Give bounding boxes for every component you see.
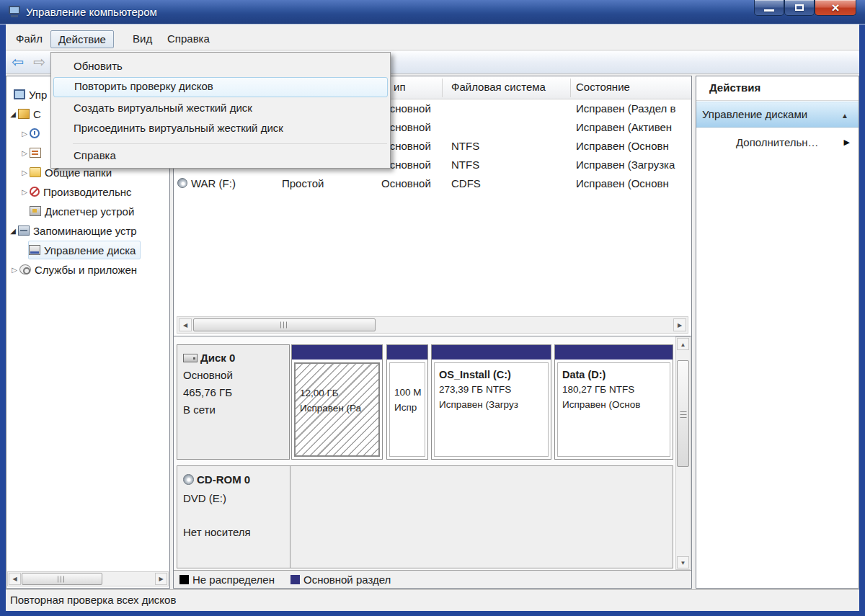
column-header-status[interactable]: Состояние (576, 81, 630, 93)
scrollbar-thumb[interactable] (193, 318, 376, 331)
event-viewer-icon (30, 148, 41, 158)
partition-os-install[interactable]: OS_Install (C:) 273,39 ГБ NTFS Исправен … (431, 344, 551, 460)
column-header-type[interactable]: ип (394, 81, 406, 93)
tree-item-label: Службы и приложен (35, 264, 137, 276)
title-bar: Управление компьютером × (0, 0, 865, 24)
menu-action[interactable]: Действие (50, 30, 114, 48)
actions-more-label: Дополнительн… (736, 136, 819, 148)
partition-system-reserved[interactable]: 100 М Испр (386, 344, 428, 460)
partition-size: 273,39 ГБ NTFS (439, 383, 544, 398)
tree-item-label: Упр (29, 89, 47, 101)
scroll-right-icon[interactable]: ▶ (155, 573, 167, 585)
scroll-up-icon[interactable]: ▲ (677, 338, 689, 350)
window-content: Файл Действие Вид Справка ⇦ ⇨ Упр ◢ С ▷ … (6, 24, 859, 611)
disk0-type: Основной (183, 367, 283, 384)
expander-collapsed-icon[interactable]: ▷ (19, 130, 30, 138)
disk0-info-box[interactable]: Диск 0 Основной 465,76 ГБ В сети (177, 344, 290, 460)
disk0-name: Диск 0 (200, 352, 235, 364)
computer-icon (14, 89, 25, 99)
expander-collapsed-icon[interactable]: ▷ (9, 266, 19, 274)
disk-management-icon (29, 245, 40, 255)
actions-more-item[interactable]: Дополнительн… ▶ (696, 133, 859, 154)
cell-status: Исправен (Основн (576, 140, 669, 152)
volume-row-war[interactable]: WAR (F:) Простой Основной CDFS Исправен … (174, 175, 691, 194)
partition-data[interactable]: Data (D:) 180,27 ГБ NTFS Исправен (Основ (554, 344, 673, 460)
tree-item-storage[interactable]: ◢ Запоминающие устр (8, 221, 137, 240)
partition-status: Исправен (Ра (300, 401, 374, 416)
window-title: Управление компьютером (26, 6, 157, 18)
partition-status: Исправен (Загруз (439, 398, 544, 413)
partition-type-bar (292, 345, 382, 360)
maximize-button[interactable] (784, 0, 815, 16)
graphical-view-vertical-scrollbar[interactable]: ▲ ▼ (675, 336, 691, 570)
volume-list-horizontal-scrollbar[interactable]: ◀ ▶ (177, 316, 688, 334)
tree-item-task-scheduler[interactable]: ▷ (19, 124, 43, 143)
scrollbar-thumb[interactable] (22, 573, 102, 585)
cdrom-block[interactable]: CD-ROM 0 DVD (E:) Нет носителя (177, 465, 673, 568)
tree-item-event-viewer[interactable]: ▷ (19, 143, 45, 162)
device-manager-icon (30, 206, 41, 216)
cd-rom-icon (183, 474, 194, 485)
expander-collapsed-icon[interactable]: ▷ (19, 149, 30, 157)
tree-item-disk-management[interactable]: Управление диска (28, 241, 141, 259)
tree-item-label: Управление диска (44, 244, 136, 256)
actions-group-disk-management[interactable]: Управление дисками ▲ (696, 102, 859, 128)
forward-icon[interactable]: ⇨ (33, 53, 45, 71)
menu-item-create-vhd[interactable]: Создать виртуальный жесткий диск (53, 99, 388, 119)
tree-item-system-tools[interactable]: ◢ С (8, 104, 41, 123)
partition-recovery[interactable]: 12,00 ГБ Исправен (Ра (291, 344, 383, 460)
tree-item-root[interactable]: Упр (14, 85, 47, 104)
legend: Не распределен Основной раздел (174, 570, 691, 588)
disk0-size: 465,76 ГБ (183, 384, 283, 401)
menu-item-rescan-disks[interactable]: Повторить проверку дисков (53, 77, 388, 97)
tree-item-label: С (33, 108, 41, 120)
legend-label: Не распределен (192, 573, 275, 586)
menu-view[interactable]: Вид (125, 30, 159, 48)
partition-size: 180,27 ГБ NTFS (562, 383, 665, 398)
cdrom-drive-letter: DVD (E:) (183, 489, 284, 508)
menu-separator (73, 143, 387, 144)
cell-fs: CDFS (451, 177, 481, 189)
menu-help[interactable]: Справка (160, 30, 217, 48)
close-icon: × (831, 1, 839, 14)
cell-type: Основной (381, 177, 431, 189)
back-icon[interactable]: ⇦ (12, 53, 24, 71)
legend-primary-partition: Основной раздел (290, 573, 391, 586)
tree-item-services[interactable]: ▷ Службы и приложен (9, 260, 137, 279)
graphical-view: Диск 0 Основной 465,76 ГБ В сети 12,00 Г… (174, 336, 691, 570)
scroll-down-icon[interactable]: ▼ (677, 556, 689, 568)
cell-status: Исправен (Активен (576, 121, 672, 133)
menu-item-attach-vhd[interactable]: Присоединить виртуальный жесткий диск (53, 119, 388, 139)
scroll-left-icon[interactable]: ◀ (179, 318, 192, 331)
collapse-icon[interactable]: ▲ (841, 112, 848, 120)
expander-collapsed-icon[interactable]: ▷ (19, 188, 30, 196)
submenu-arrow-icon: ▶ (844, 138, 850, 147)
menu-file[interactable]: Файл (9, 30, 50, 48)
disk0-status: В сети (183, 401, 283, 419)
scrollbar-thumb[interactable] (677, 360, 689, 467)
tree-item-label: Производительнс (43, 186, 132, 198)
expander-collapsed-icon[interactable]: ▷ (19, 169, 30, 177)
partition-size: 12,00 ГБ (300, 386, 374, 401)
scroll-right-icon[interactable]: ▶ (673, 318, 686, 331)
expander-expanded-icon[interactable]: ◢ (8, 227, 18, 235)
minimize-button[interactable] (754, 0, 784, 16)
cdrom-name: CD-ROM 0 (197, 473, 250, 486)
window-controls: × (754, 0, 856, 16)
expander-expanded-icon[interactable]: ◢ (8, 110, 18, 118)
partition-label: OS_Install (C:) (439, 367, 544, 383)
column-header-filesystem[interactable]: Файловая система (451, 81, 546, 93)
performance-icon (30, 187, 40, 197)
tree-horizontal-scrollbar[interactable]: ◀ ▶ (7, 571, 169, 586)
scroll-left-icon[interactable]: ◀ (9, 573, 21, 585)
tree-item-performance[interactable]: ▷ Производительнс (19, 182, 132, 201)
maximize-icon (795, 4, 804, 11)
tree-item-device-manager[interactable]: Диспетчер устрой (30, 202, 134, 220)
tree-item-label: Запоминающие устр (33, 225, 137, 237)
computer-management-icon (9, 6, 22, 17)
cell-status: Исправен (Загрузка (576, 159, 675, 171)
task-scheduler-icon (30, 128, 40, 138)
menu-item-refresh[interactable]: Обновить (53, 57, 388, 77)
menu-item-help[interactable]: Справка (53, 146, 388, 166)
close-button[interactable]: × (815, 0, 856, 16)
